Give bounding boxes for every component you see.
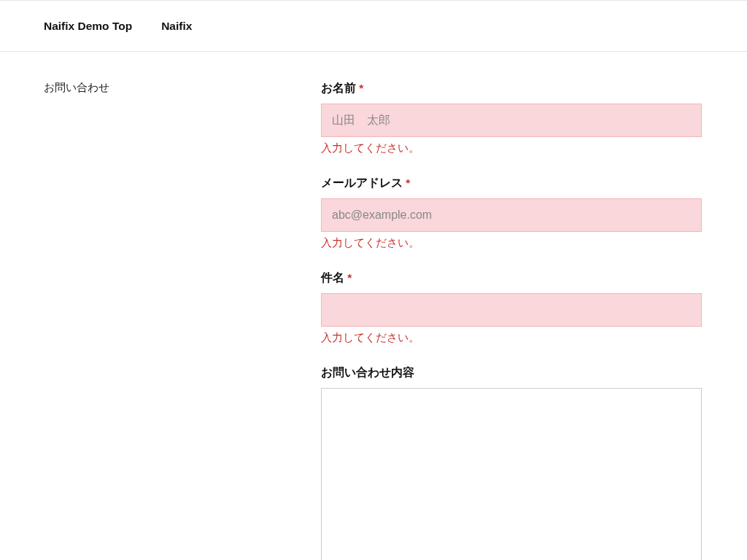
field-name: お名前 * 入力してください。 [321, 81, 702, 155]
page-title: お問い合わせ [44, 81, 321, 95]
name-input[interactable] [321, 104, 702, 137]
email-error-message: 入力してください。 [321, 236, 702, 250]
message-label: お問い合わせ内容 [321, 365, 702, 381]
top-navbar: Naifix Demo Top Naifix [0, 0, 747, 52]
required-mark-icon: * [359, 82, 363, 94]
contact-form: お名前 * 入力してください。 メールアドレス * 入力してください。 件名 *… [321, 81, 703, 560]
name-error-message: 入力してください。 [321, 141, 702, 155]
subject-input[interactable] [321, 293, 702, 327]
content-area: お問い合わせ お名前 * 入力してください。 メールアドレス * 入力してくださ… [0, 52, 747, 560]
email-label: メールアドレス * [321, 176, 702, 191]
name-label-text: お名前 [321, 82, 356, 94]
message-textarea[interactable] [321, 388, 702, 560]
name-label: お名前 * [321, 81, 702, 96]
field-subject: 件名 * 入力してください。 [321, 271, 702, 345]
required-mark-icon: * [347, 271, 352, 284]
sidebar: お問い合わせ [44, 81, 321, 560]
field-email: メールアドレス * 入力してください。 [321, 176, 702, 250]
subject-label-text: 件名 [321, 271, 344, 284]
required-mark-icon: * [406, 176, 410, 189]
subject-error-message: 入力してください。 [321, 331, 702, 345]
nav-link-naifix[interactable]: Naifix [161, 20, 192, 33]
subject-label: 件名 * [321, 271, 702, 286]
message-label-text: お問い合わせ内容 [321, 366, 414, 378]
email-label-text: メールアドレス [321, 176, 403, 189]
nav-link-demo-top[interactable]: Naifix Demo Top [44, 20, 132, 33]
field-message: お問い合わせ内容 [321, 365, 702, 560]
email-input[interactable] [321, 198, 702, 232]
